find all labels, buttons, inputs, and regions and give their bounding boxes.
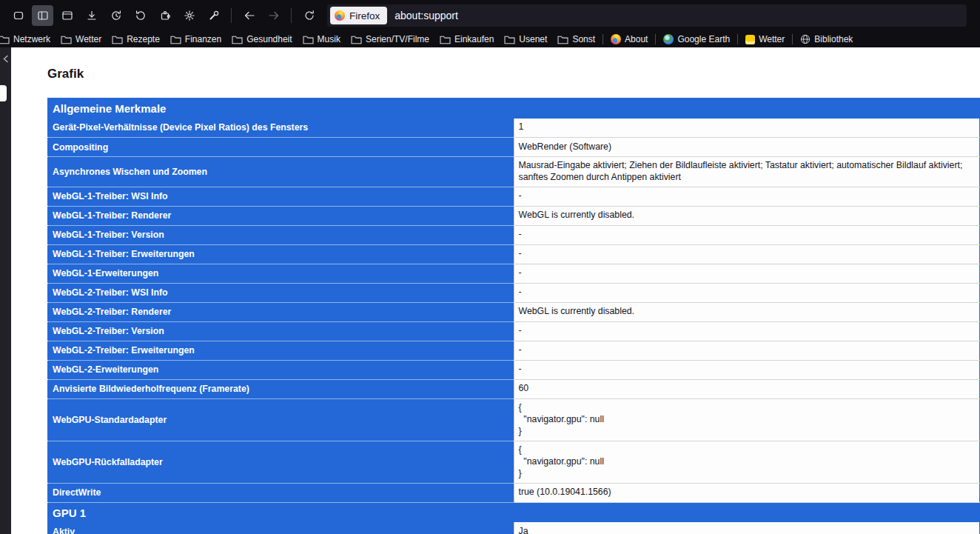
row-label: DirectWrite: [48, 483, 514, 502]
folder-icon: [0, 35, 10, 44]
bookmark-label: Musik: [318, 32, 340, 47]
customize-icon: [208, 10, 220, 21]
row-label: WebGPU-Rückfalladapter: [48, 441, 514, 483]
table-row: WebGL-1-Treiber: RendererWebGL is curren…: [48, 206, 980, 225]
bookmark-item[interactable]: Rezepte: [107, 32, 165, 47]
browser-chrome: Firefox about:support NetzwerkWetterReze…: [0, 0, 980, 47]
bookmark-item[interactable]: Wetter: [740, 32, 790, 47]
extensions-icon: [159, 10, 171, 21]
row-value: -: [514, 187, 980, 206]
history-button[interactable]: [105, 5, 127, 26]
row-label: WebGL-1-Treiber: Version: [48, 225, 514, 244]
table-row: WebGL-1-Treiber: Erweiterungen-: [48, 244, 980, 264]
bookmark-item[interactable]: Usenet: [499, 32, 552, 47]
bookmark-item[interactable]: Gesundheit: [226, 32, 297, 47]
table-row: WebGPU-Rückfalladapter{ "navigator.gpu":…: [48, 441, 980, 483]
bookmark-item[interactable]: Bibliothek: [795, 32, 858, 47]
sidebar-handle[interactable]: [0, 85, 7, 101]
downloads-icon: [86, 10, 98, 21]
row-label: WebGL-2-Treiber: Version: [48, 321, 514, 341]
row-label: Asynchrones Wischen und Zoomen: [48, 157, 514, 187]
firefox-view-button[interactable]: [7, 5, 29, 26]
wetter-icon: [745, 35, 755, 44]
row-value: -: [514, 341, 980, 360]
customize-button[interactable]: [203, 5, 224, 26]
row-label: WebGL-1-Treiber: Erweiterungen: [48, 244, 514, 264]
bookmark-item[interactable]: Netzwerk: [0, 32, 56, 47]
row-label: WebGL-2-Treiber: Erweiterungen: [48, 341, 514, 360]
graphics-table: Allgemeine MerkmaleGerät-Pixel-Verhältni…: [47, 98, 980, 534]
identity-chip[interactable]: Firefox: [330, 7, 387, 24]
bookmark-item[interactable]: Sonst: [552, 32, 600, 47]
table-row: Anvisierte Bildwiederholfrequenz (Framer…: [48, 379, 980, 398]
row-label: Aktiv: [48, 522, 514, 534]
bookmark-item[interactable]: Einkaufen: [434, 32, 499, 47]
bookmark-label: Rezepte: [127, 32, 160, 47]
table-row: AktivJa: [48, 522, 980, 534]
folder-icon: [232, 35, 243, 44]
row-value: WebGL is currently disabled.: [514, 206, 980, 225]
identity-chip-label: Firefox: [349, 10, 380, 21]
bookmarks-separator: [792, 34, 793, 44]
row-value: -: [514, 283, 980, 302]
bookmark-item[interactable]: Serien/TV/Filme: [346, 32, 434, 47]
row-label: WebGL-2-Treiber: Renderer: [48, 302, 514, 321]
sidebar-icon: [37, 10, 49, 21]
table-row: Gerät-Pixel-Verhältnisse (Device Pixel R…: [48, 119, 980, 138]
folder-icon: [303, 35, 314, 44]
session-restore-icon: [135, 10, 147, 21]
row-label: WebGL-2-Treiber: WSI Info: [48, 283, 514, 302]
table-section-row: GPU 1: [48, 502, 980, 522]
support-table-body: Allgemeine MerkmaleGerät-Pixel-Verhältni…: [48, 99, 980, 534]
bookmark-label: Usenet: [519, 32, 547, 47]
bookmark-item[interactable]: About: [605, 32, 653, 47]
row-value: Mausrad-Eingabe aktiviert; Ziehen der Bi…: [514, 157, 980, 187]
row-value: WebGL is currently disabled.: [514, 302, 980, 321]
back-button[interactable]: [238, 5, 260, 26]
table-row: WebGL-2-Erweiterungen-: [48, 360, 980, 379]
window-button[interactable]: [56, 5, 78, 26]
earth-icon: [663, 34, 674, 44]
downloads-button[interactable]: [81, 5, 102, 26]
toolbar-icons: [6, 5, 226, 26]
row-value: 1: [514, 119, 980, 138]
history-icon: [110, 10, 122, 21]
bookmark-label: Gesundheit: [246, 32, 292, 47]
row-label: WebGL-1-Treiber: WSI Info: [48, 187, 514, 206]
window-icon: [61, 10, 73, 21]
bookmark-label: Bibliothek: [814, 32, 853, 47]
sidebar-button[interactable]: [32, 5, 53, 26]
session-restore-button[interactable]: [130, 5, 151, 26]
bookmark-label: Finanzen: [185, 32, 221, 47]
bookmark-item[interactable]: Finanzen: [165, 32, 226, 47]
row-value: true (10.0.19041.1566): [514, 483, 980, 502]
row-label: Gerät-Pixel-Verhältnisse (Device Pixel R…: [48, 119, 514, 138]
chevron-left-icon[interactable]: [2, 55, 9, 63]
forward-button[interactable]: [263, 5, 284, 26]
table-section-row: Allgemeine Merkmale: [48, 99, 980, 119]
folder-icon: [504, 35, 515, 44]
bookmark-item[interactable]: Google Earth: [658, 32, 735, 47]
bookmark-label: Sonst: [572, 32, 595, 47]
bookmark-label: Netzwerk: [13, 32, 50, 47]
bookmark-label: Wetter: [759, 32, 785, 47]
settings-button[interactable]: [178, 5, 200, 26]
table-row: WebGL-1-Treiber: Version-: [48, 225, 980, 244]
extensions-button[interactable]: [154, 5, 175, 26]
row-value: -: [514, 264, 980, 283]
row-label: WebGPU-Standardadapter: [48, 398, 514, 441]
bookmarks-bar: NetzwerkWetterRezepteFinanzenGesundheitM…: [0, 31, 980, 47]
bookmarks-separator: [737, 34, 738, 44]
bookmark-item[interactable]: Wetter: [56, 32, 107, 47]
table-row: DirectWritetrue (10.0.19041.1566): [48, 483, 980, 502]
bookmark-label: Google Earth: [677, 32, 730, 47]
firefox-icon: [335, 10, 345, 21]
row-value: WebRender (Software): [514, 138, 980, 157]
bookmark-item[interactable]: Musik: [298, 32, 346, 47]
row-value: -: [514, 225, 980, 244]
settings-icon: [184, 10, 195, 21]
url-bar[interactable]: Firefox about:support: [327, 4, 967, 27]
reload-button[interactable]: [298, 5, 320, 26]
table-row: WebGL-2-Treiber: WSI Info-: [48, 283, 980, 302]
folder-icon: [557, 35, 568, 44]
